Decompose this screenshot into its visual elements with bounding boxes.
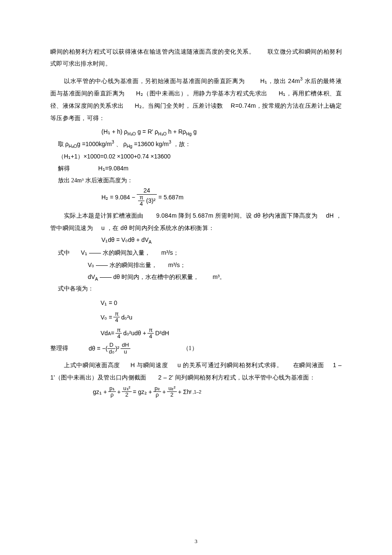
term-dtheta-row: 整理得 dθ = −( D d₀ )² dH u （1） [50, 339, 342, 355]
p3-b: 9.084m 降到 5.687m 所需时间。设 dθ 秒内液面下降高度为 [156, 212, 317, 219]
paragraph-1: 瞬间的柏努利方程式可以获得液体在输送管内流速随液面高度的变化关系。 联立微分式和… [50, 46, 342, 70]
term-v0: V₀ = π 4 d₀²u [101, 308, 342, 324]
t3-c: d₀²udθ + [123, 328, 146, 338]
t4-d0: d₀ [107, 349, 115, 355]
h2-pi: π [138, 195, 144, 201]
term-v1: V₁ = 0 [101, 296, 342, 308]
t3-pi1: π [115, 327, 122, 334]
equation-volume-balance: V₁dθ = V₀dθ + dVA [101, 235, 342, 244]
punct: 、 [116, 141, 122, 147]
bern-sum: + Σh [178, 388, 190, 395]
t4-frac1: D d₀ [107, 342, 115, 355]
eq1-sub3: Hg [186, 131, 192, 136]
plus1: + [117, 388, 121, 395]
bern-frac-p2: p₂ ρ [153, 385, 161, 398]
line-numeric: （H₁+1）×1000=0.02 ×1000+0.74 ×13600 [50, 150, 342, 162]
h2-den: π 4 (3)² [137, 195, 157, 207]
take-label: 取 [58, 141, 64, 147]
eqvol: V₁dθ = V₀dθ + dV [101, 236, 149, 243]
line-solved: 解得 H₁=9.084m [50, 162, 342, 175]
eq1-b: g = R' ρ [138, 128, 158, 135]
p2-a: 以水平管的中心线为基准面，另初始液面与基准面间的垂直距离为 [64, 78, 245, 84]
t3-a: Vd [101, 328, 108, 338]
sup3b: 3 [112, 140, 114, 145]
p1-text: 瞬间的柏努利方程式可以获得液体在输送管内流速随液面高度的变化关系。 联立微分式和… [50, 49, 342, 67]
eq1-a: (H₁ + h) ρ [101, 128, 127, 135]
bern-two1: 2 [122, 392, 132, 398]
t2-four: 4 [113, 317, 120, 323]
bern-u1: u₁² [122, 385, 132, 392]
def-va-b: —— dθ 时间内，水在槽中的积累量， [100, 273, 199, 280]
p4-b: H 与瞬间速度 [130, 362, 168, 368]
t2-b: d₀²u [121, 313, 132, 322]
eq-number-1: （1） [183, 345, 198, 352]
equation-hydrostatic: (H₁ + h) ρH₂O g = R' ρH₂O h + RρHg g [101, 127, 342, 136]
paragraph-3: 实际上本题是计算贮槽液面由 9.084m 降到 5.687m 所需时间。设 dθ… [50, 210, 342, 234]
h2-four: 4 [138, 201, 144, 207]
def-v0-unit: m³/s； [168, 262, 186, 268]
eqvol-sub: A [149, 239, 152, 244]
p3-d: u ，在 dθ 时间内列全系统水的体积衡算： [101, 224, 215, 231]
def-label: 式中 [58, 250, 70, 256]
rho-val1: g =1000kg/m [77, 141, 112, 147]
solved-label: 解得 [58, 165, 70, 172]
def-va-a: dV [88, 273, 95, 280]
t1-eq: V₁ = 0 [101, 299, 117, 306]
t3-pi2: π [147, 327, 154, 334]
bern-rho2: ρ [153, 392, 161, 398]
p3-a: 实际上本题是计算贮槽液面由 [64, 213, 144, 219]
page-number-value: 3 [195, 538, 198, 544]
bern-frac-p1: p₁ ρ [108, 385, 116, 398]
term-vda: VdA = π 4 d₀²udθ + π 4 D²dH [101, 325, 342, 340]
h2-inner-frac: π 4 [138, 195, 144, 207]
line-after: 放出 24m³ 水后液面高度为： [50, 175, 342, 187]
t3-d: D²dH [155, 328, 169, 338]
bern-u2: u₂² [167, 385, 177, 392]
solved-val: H₁=9.084m [98, 165, 129, 172]
rho-sub2: Hg [127, 144, 132, 149]
p2-d: H₂（图中未画出）。用静力学基本方程式先求出 [136, 90, 268, 97]
bern-rho1: ρ [108, 392, 116, 398]
bern-frac-u2: u₂² 2 [167, 385, 177, 398]
t3-frac1: π 4 [115, 327, 122, 340]
bern-p2: p₂ [153, 385, 161, 392]
bern-p1: p₁ [108, 385, 116, 392]
paragraph-2: 以水平管的中心线为基准面，另初始液面与基准面间的垂直距离为 H₁，放出 24m3… [50, 75, 342, 124]
arrange-label: 整理得 [50, 345, 68, 352]
t3-b: = [111, 328, 114, 338]
equation-bernoulli: gz₁ + p₁ ρ + u₁² 2 = gz₂ + p₂ ρ + u₂² 2 … [93, 385, 342, 398]
t4-dH: dH [121, 342, 130, 348]
h2-left: H₂ = 9.084 − [101, 193, 135, 202]
def-v1-unit: m³/s； [161, 249, 179, 256]
h2-frac-outer: 24 π 4 (3)² [137, 187, 157, 207]
t2-frac: π 4 [113, 311, 120, 324]
def-v1: 式中 V₁ —— 水的瞬间加入量， m³/s； [50, 247, 342, 259]
rho-val2: =13600 kg/m [133, 141, 169, 147]
def-va-unit: m³。 [213, 273, 225, 280]
sup-3: 3 [300, 76, 303, 81]
eq1-c: h + Rρ [168, 128, 186, 135]
def-v1-text: V₁ —— 水的瞬间加入量， [81, 249, 150, 256]
bern-two2: 2 [167, 392, 177, 398]
t3-four2: 4 [147, 334, 154, 339]
terms-label-line: 式中各项为： [50, 283, 342, 295]
t4-frac2: dH u [121, 342, 130, 355]
t4-d: )² [115, 345, 119, 352]
numeric-eq: （H₁+1）×1000=0.02 ×1000+0.74 ×13600 [58, 153, 170, 160]
eq1-sub1: H₂O [127, 131, 136, 136]
gu-text: ，故： [173, 141, 191, 147]
p4-a: 上式中瞬间液面高度 [64, 362, 120, 368]
bern-gz1: gz₁ + [93, 388, 107, 395]
t2-a: V₀ = [101, 313, 112, 322]
p4-c: u 的关系可通过列瞬间柏努利式求得。 [178, 362, 283, 368]
p2-f: H₂。当阀门全关时， [135, 102, 191, 109]
h2-num: 24 [137, 187, 157, 194]
eq1-part1: (H₁ + h) ρH₂O g = R' ρH₂O h + RρHg g [101, 128, 197, 135]
h2-paren: (3)² [146, 197, 156, 204]
rho-sym1: ρ [65, 141, 69, 147]
eq1-d: g [193, 128, 197, 135]
p4-d: 在瞬间液面 [293, 362, 324, 368]
page-number: 3 [0, 538, 392, 545]
sup3c: 3 [169, 140, 171, 145]
paragraph-4: 上式中瞬间液面高度 H 与瞬间速度 u 的关系可通过列瞬间柏努利式求得。 在瞬间… [50, 359, 342, 384]
